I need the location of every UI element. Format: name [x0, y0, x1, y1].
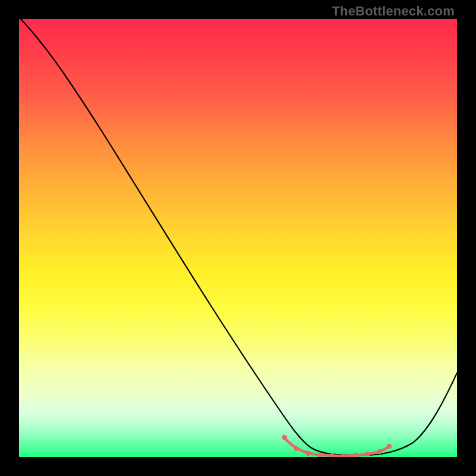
chart-svg: [19, 19, 457, 457]
plot-area: [19, 19, 457, 457]
optimal-zone-band: [284, 438, 389, 456]
bottleneck-curve: [21, 19, 457, 455]
optimal-dot: [377, 449, 382, 454]
optimal-dot: [365, 452, 370, 456]
optimal-dot: [342, 453, 346, 457]
optimal-dot: [387, 444, 392, 449]
chart-canvas: TheBottleneck.com: [0, 0, 476, 476]
optimal-dot: [294, 446, 299, 451]
optimal-dot: [306, 451, 311, 456]
optimal-dot: [353, 453, 358, 457]
watermark-text: TheBottleneck.com: [332, 4, 455, 19]
optimal-dot: [282, 435, 287, 440]
